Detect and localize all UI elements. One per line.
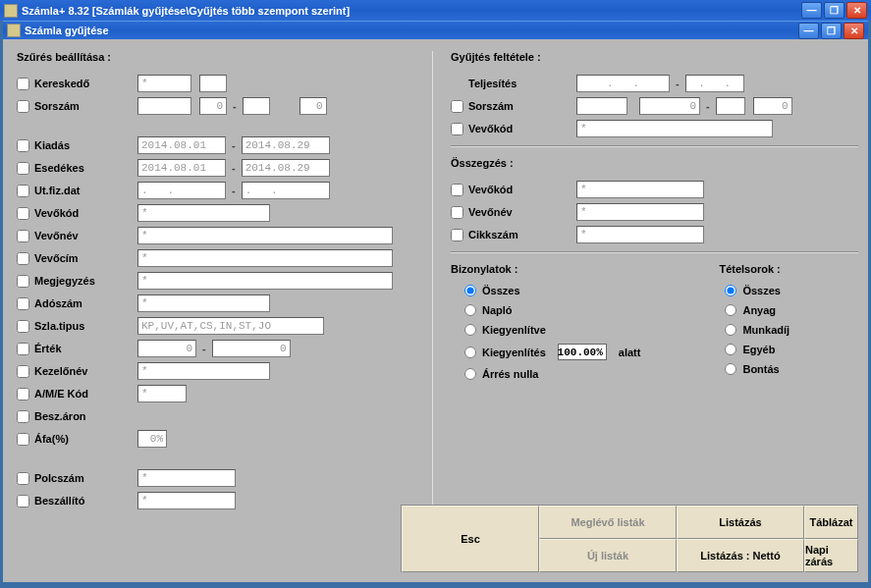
szlatipus-checkbox[interactable] xyxy=(17,320,29,333)
doc-icon xyxy=(7,24,21,37)
listazas-button[interactable]: Listázás xyxy=(677,506,804,539)
outer-title: Számla+ 8.32 [Számlák gyűjtése\Gyűjtés t… xyxy=(22,5,350,17)
tet-anyag-radio[interactable] xyxy=(725,304,736,316)
amekod-input[interactable] xyxy=(137,385,187,402)
outer-titlebar: Számla+ 8.32 [Számlák gyűjtése\Gyűjtés t… xyxy=(0,0,871,21)
kezelonev-checkbox[interactable] xyxy=(17,365,29,378)
napizaras-button[interactable]: Napi zárás xyxy=(804,539,858,572)
vevokod-input[interactable] xyxy=(137,204,270,222)
gyujtes-section-title: Gyűjtés feltétele : xyxy=(451,51,858,63)
utfizdat-checkbox[interactable] xyxy=(17,185,29,197)
r-sorszam-checkbox[interactable] xyxy=(451,100,463,113)
szlatipus-input[interactable] xyxy=(137,317,324,335)
esedekes-label: Esedékes xyxy=(34,162,137,174)
kereskedo-checkbox[interactable] xyxy=(17,78,29,90)
o-cikkszam-checkbox[interactable] xyxy=(451,229,463,241)
teljesites-to[interactable] xyxy=(685,75,744,92)
inner-maximize-button[interactable]: ❐ xyxy=(821,23,842,39)
esedekes-from[interactable] xyxy=(137,159,226,177)
osszegzes-title: Összegzés : xyxy=(451,157,858,169)
maximize-button[interactable]: ❐ xyxy=(824,2,844,19)
utfizdat-to[interactable] xyxy=(242,182,330,199)
o-vevokod-input[interactable] xyxy=(576,181,704,198)
meglevolistak-button[interactable]: Meglévő listák xyxy=(539,506,677,539)
tet-osszes-label: Összes xyxy=(742,285,781,296)
ertek-label: Érték xyxy=(34,343,137,354)
esc-button[interactable]: Esc xyxy=(402,506,539,572)
teljesites-label: Teljesítés xyxy=(468,78,576,89)
sorszam-input-2[interactable] xyxy=(199,97,227,115)
beszallito-checkbox[interactable] xyxy=(17,495,29,508)
close-button[interactable]: ✕ xyxy=(846,2,867,19)
beszaron-label: Besz.áron xyxy=(34,410,137,422)
minimize-button[interactable]: — xyxy=(801,2,822,19)
adoszam-checkbox[interactable] xyxy=(17,297,29,310)
kereskedo-input-2[interactable] xyxy=(199,75,227,92)
kereskedo-input-1[interactable] xyxy=(137,75,191,92)
right-column: Gyűjtés feltétele : Teljesítés - Sorszám… xyxy=(432,51,858,572)
afa-input[interactable] xyxy=(137,430,167,448)
o-vevonev-input[interactable] xyxy=(576,203,704,221)
vevocim-label: Vevőcím xyxy=(34,252,137,264)
biz-kiegyenlitve-radio[interactable] xyxy=(464,324,476,336)
sorszam-input-4[interactable] xyxy=(299,97,327,115)
r-vevokod-input[interactable] xyxy=(576,120,773,137)
polcszam-input[interactable] xyxy=(137,469,236,487)
listazasnetto-button[interactable]: Listázás : Nettó xyxy=(677,539,804,572)
sorszam-input-3[interactable] xyxy=(243,97,270,115)
megjegyzes-input[interactable] xyxy=(137,272,393,290)
kiadas-from[interactable] xyxy=(137,136,226,154)
vevonev-input[interactable] xyxy=(137,227,393,244)
esedekes-checkbox[interactable] xyxy=(17,162,29,175)
inner-close-button[interactable]: ✕ xyxy=(844,23,864,39)
r-vevokod-checkbox[interactable] xyxy=(451,123,463,135)
sorszam-checkbox[interactable] xyxy=(17,100,29,113)
vevocim-checkbox[interactable] xyxy=(17,252,29,265)
ertek-from[interactable] xyxy=(137,340,196,357)
biz-naplo-label: Napló xyxy=(482,304,513,316)
beszaron-checkbox[interactable] xyxy=(17,410,29,423)
r-sorszam-3[interactable] xyxy=(716,97,745,115)
biz-naplo-radio[interactable] xyxy=(464,304,476,316)
amekod-checkbox[interactable] xyxy=(17,388,29,401)
o-vevonev-checkbox[interactable] xyxy=(451,206,463,219)
vevokod-checkbox[interactable] xyxy=(17,207,29,220)
polcszam-checkbox[interactable] xyxy=(17,472,29,485)
kiadas-checkbox[interactable] xyxy=(17,139,29,152)
tet-osszes-radio[interactable] xyxy=(725,285,736,296)
adoszam-input[interactable] xyxy=(137,294,270,312)
divider-1 xyxy=(451,145,858,147)
szlatipus-label: Szla.tipus xyxy=(34,320,137,332)
inner-minimize-button[interactable]: — xyxy=(798,23,819,39)
r-sorszam-1[interactable] xyxy=(576,97,627,115)
ertek-to[interactable] xyxy=(212,340,291,357)
tet-bontas-radio[interactable] xyxy=(725,363,736,375)
tablazat-button[interactable]: Táblázat xyxy=(804,506,858,539)
ertek-checkbox[interactable] xyxy=(17,343,29,355)
beszallito-input[interactable] xyxy=(137,492,236,509)
kiadas-to[interactable] xyxy=(242,136,330,154)
biz-kiegyenlites-radio[interactable] xyxy=(464,347,476,358)
vevonev-checkbox[interactable] xyxy=(17,230,29,242)
biz-arresnulla-radio[interactable] xyxy=(464,368,476,380)
r-sorszam-4[interactable] xyxy=(753,97,792,115)
tet-egyeb-radio[interactable] xyxy=(725,344,736,355)
afa-checkbox[interactable] xyxy=(17,433,29,446)
teljesites-from[interactable] xyxy=(576,75,670,92)
sorszam-input-1[interactable] xyxy=(137,97,191,115)
o-cikkszam-input[interactable] xyxy=(576,226,704,243)
bizonylatok-section: Bizonylatok : Összes Napló Kiegyenlítve … xyxy=(451,263,640,380)
r-sorszam-2[interactable] xyxy=(639,97,700,115)
esedekes-to[interactable] xyxy=(242,159,330,177)
tet-munkadij-radio[interactable] xyxy=(725,324,736,336)
utfizdat-from[interactable] xyxy=(137,182,226,199)
ujlistak-button[interactable]: Új listák xyxy=(539,539,677,572)
kezelonev-input[interactable] xyxy=(137,362,270,380)
tet-egyeb-label: Egyéb xyxy=(742,344,775,355)
vevocim-input[interactable] xyxy=(137,249,393,267)
megjegyzes-checkbox[interactable] xyxy=(17,275,29,288)
sorszam-label: Sorszám xyxy=(34,100,137,112)
dash: - xyxy=(233,100,237,112)
biz-osszes-radio[interactable] xyxy=(464,285,476,296)
o-vevokod-checkbox[interactable] xyxy=(451,184,463,196)
